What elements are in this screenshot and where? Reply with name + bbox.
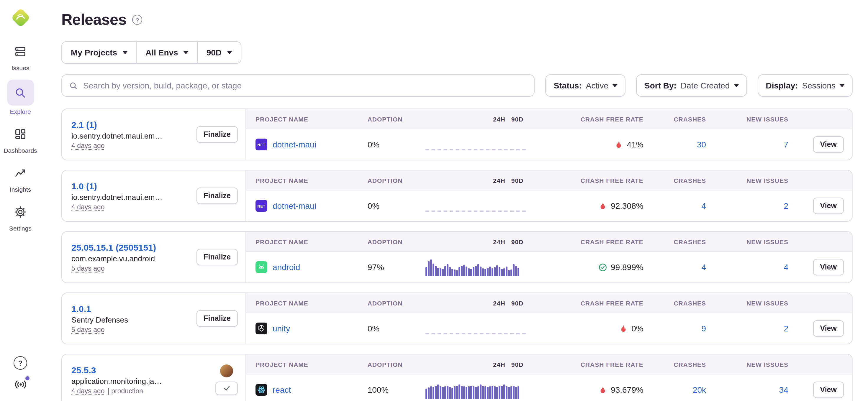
project-link[interactable]: android — [273, 262, 300, 272]
new-issues-link[interactable]: 2 — [784, 201, 788, 210]
crash-free-value: 99.899% — [611, 262, 644, 272]
view-button[interactable]: View — [813, 198, 844, 214]
view-button[interactable]: View — [813, 136, 844, 153]
sort-by-dropdown[interactable]: Sort By: Date Created — [636, 74, 747, 97]
insights-icon — [7, 162, 34, 183]
release-age-text: 5 days ago — [71, 265, 105, 272]
check-circle-icon — [598, 263, 607, 272]
search-icon — [7, 79, 34, 106]
period-90d-toggle[interactable]: 90D — [511, 361, 524, 368]
period-24h-toggle[interactable]: 24H — [493, 299, 505, 306]
finalize-button[interactable]: Finalize — [196, 188, 238, 204]
table-header-row: PROJECT NAME ADOPTION 24H 90D CRASH FREE… — [246, 170, 852, 191]
dotnet-platform-icon: NET — [255, 200, 267, 212]
gear-icon — [7, 201, 34, 222]
period-24h-toggle[interactable]: 24H — [493, 361, 505, 368]
period-90d-toggle[interactable]: 90D — [511, 299, 524, 306]
release-version-link[interactable]: 25.05.15.1 (2505151) — [71, 242, 191, 253]
environments-filter-button[interactable]: All Envs — [136, 41, 198, 64]
release-version-link[interactable]: 1.0 (1) — [71, 181, 191, 191]
sidebar-item-settings[interactable]: Settings — [7, 201, 34, 232]
search-input[interactable] — [83, 81, 527, 90]
col-crashes: CRASHES — [644, 238, 706, 245]
flame-icon — [598, 201, 607, 210]
new-issues-link[interactable]: 2 — [784, 324, 788, 333]
crash-free-cell: 92.308% — [526, 201, 643, 210]
release-environment: | production — [108, 388, 143, 395]
release-list: 2.1 (1) io.sentry.dotnet.maui.em… 4 days… — [61, 108, 852, 401]
help-icon[interactable]: ? — [13, 356, 27, 370]
page-help-icon[interactable]: ? — [132, 15, 143, 25]
period-90d-toggle[interactable]: 90D — [511, 177, 524, 184]
release-age: 5 days ago — [71, 265, 191, 272]
new-issues-link[interactable]: 34 — [779, 385, 788, 395]
broadcast-icon[interactable] — [13, 377, 27, 392]
sidebar-item-issues[interactable]: Issues — [7, 41, 34, 71]
releases-page: Issues Explore — [0, 0, 868, 401]
sidebar-item-label: Dashboards — [4, 147, 37, 154]
crashes-link[interactable]: 4 — [702, 201, 706, 210]
crashes-link[interactable]: 4 — [702, 262, 706, 272]
release-summary-panel: 1.0.1 Sentry Defenses 5 days ago Finaliz… — [62, 293, 246, 344]
projects-filter-button[interactable]: My Projects — [61, 41, 136, 64]
col-adoption: ADOPTION — [368, 177, 416, 184]
adoption-sparkline — [426, 200, 526, 211]
status-dropdown[interactable]: Status: Active — [546, 74, 625, 97]
crashes-link[interactable]: 20k — [693, 385, 706, 395]
main-content: Releases ? My Projects All Envs 90D — [41, 0, 868, 401]
new-issues-link[interactable]: 7 — [784, 140, 788, 149]
sidebar-item-insights[interactable]: Insights — [7, 162, 34, 193]
project-link[interactable]: dotnet-maui — [273, 201, 316, 210]
finalize-button[interactable]: Finalize — [196, 126, 238, 143]
col-new-issues: NEW ISSUES — [706, 177, 788, 184]
react-platform-icon — [255, 384, 267, 396]
view-button[interactable]: View — [813, 259, 844, 275]
project-link[interactable]: react — [273, 385, 291, 395]
search-icon — [69, 81, 78, 90]
org-logo[interactable] — [10, 8, 30, 28]
project-link[interactable]: dotnet-maui — [273, 140, 316, 149]
period-24h-toggle[interactable]: 24H — [493, 115, 505, 122]
table-header-row: PROJECT NAME ADOPTION 24H 90D CRASH FREE… — [246, 232, 852, 252]
project-link[interactable]: unity — [273, 324, 290, 333]
view-button[interactable]: View — [813, 320, 844, 337]
display-dropdown[interactable]: Display: Sessions — [757, 74, 852, 97]
period-24h-toggle[interactable]: 24H — [493, 238, 505, 245]
sidebar-item-dashboards[interactable]: Dashboards — [4, 123, 37, 154]
release-age-text: 4 days ago — [71, 203, 105, 210]
period-24h-toggle[interactable]: 24H — [493, 177, 505, 184]
crashes-link[interactable]: 9 — [702, 324, 706, 333]
release-version-link[interactable]: 25.5.3 — [71, 365, 210, 375]
finalize-button[interactable]: Finalize — [196, 310, 238, 327]
finalize-button[interactable]: Finalize — [196, 249, 238, 265]
sort-by-dropdown-value: Date Created — [681, 81, 730, 90]
col-new-issues: NEW ISSUES — [706, 238, 788, 245]
crash-free-cell: 93.679% — [526, 385, 643, 395]
table-data-row: NET dotnet-maui 0% 92.308% 4 2 View — [246, 191, 852, 221]
date-range-filter-button[interactable]: 90D — [197, 41, 241, 64]
crash-free-value: 93.679% — [611, 385, 644, 395]
crash-free-value: 92.308% — [611, 201, 644, 210]
crashes-link[interactable]: 30 — [697, 140, 706, 149]
sidebar-item-explore[interactable]: Explore — [7, 79, 34, 115]
table-header-row: PROJECT NAME ADOPTION 24H 90D CRASH FREE… — [246, 109, 852, 129]
crash-free-value: 0% — [631, 324, 643, 333]
table-data-row: android 97% 99.899% 4 4 View — [246, 252, 852, 282]
adoption-value: 0% — [368, 324, 416, 333]
chevron-down-icon — [734, 84, 739, 87]
search-box — [61, 74, 535, 97]
new-issues-link[interactable]: 4 — [784, 262, 788, 272]
chevron-down-icon — [613, 84, 617, 87]
release-version-link[interactable]: 2.1 (1) — [71, 120, 191, 130]
crash-free-value: 41% — [627, 140, 644, 149]
release-version-link[interactable]: 1.0.1 — [71, 304, 191, 314]
period-90d-toggle[interactable]: 90D — [511, 238, 524, 245]
period-90d-toggle[interactable]: 90D — [511, 115, 524, 122]
release-summary-panel: 1.0 (1) io.sentry.dotnet.maui.em… 4 days… — [62, 170, 246, 221]
finalized-check-button[interactable] — [215, 381, 238, 395]
col-adoption: ADOPTION — [368, 361, 416, 368]
view-button[interactable]: View — [813, 381, 844, 398]
table-data-row: unity 0% 0% 9 2 View — [246, 313, 852, 344]
col-chart-period: 24H 90D — [416, 238, 526, 245]
check-icon — [223, 385, 230, 392]
